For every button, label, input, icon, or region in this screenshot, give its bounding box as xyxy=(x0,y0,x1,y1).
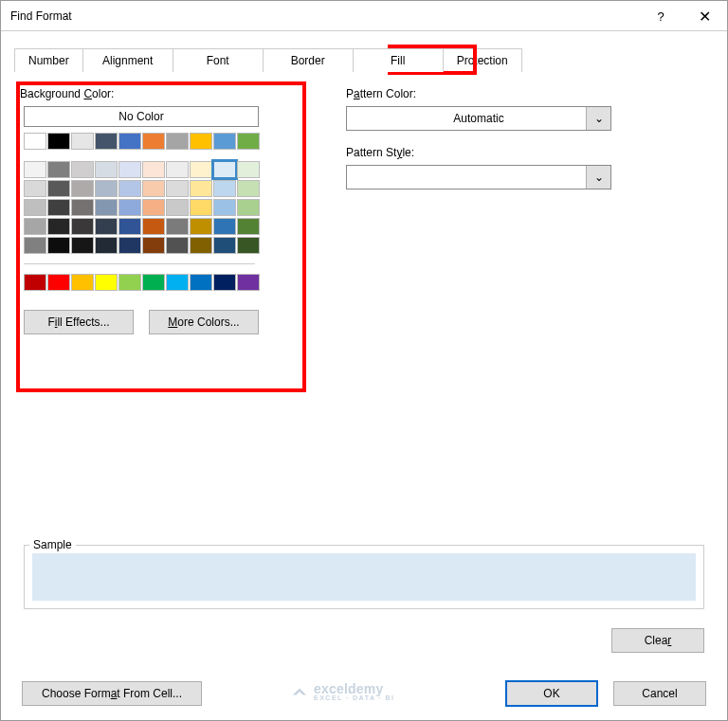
tab-alignment[interactable]: Alignment xyxy=(82,48,173,72)
color-swatch[interactable] xyxy=(71,274,94,291)
color-swatch[interactable] xyxy=(190,237,212,254)
color-swatch[interactable] xyxy=(237,180,260,197)
color-swatch[interactable] xyxy=(95,274,118,291)
color-swatch[interactable] xyxy=(237,199,260,216)
color-swatch[interactable] xyxy=(24,274,46,291)
color-swatch[interactable] xyxy=(118,274,141,291)
color-swatch[interactable] xyxy=(71,199,94,216)
color-swatch[interactable] xyxy=(142,180,165,197)
fill-effects-button[interactable]: Fill Effects... xyxy=(24,310,134,334)
color-swatch[interactable] xyxy=(95,161,118,178)
color-swatch[interactable] xyxy=(166,180,189,197)
color-swatch[interactable] xyxy=(190,274,212,291)
tab-protection[interactable]: Protection xyxy=(443,48,522,72)
color-swatch[interactable] xyxy=(24,161,46,178)
help-icon: ? xyxy=(657,9,664,24)
color-swatch[interactable] xyxy=(213,274,236,291)
more-colors-button[interactable]: More Colors... xyxy=(149,310,259,334)
sample-box xyxy=(24,545,704,609)
pattern-color-label: Pattern Color: xyxy=(346,87,611,100)
color-swatch[interactable] xyxy=(213,133,236,150)
color-swatch[interactable] xyxy=(47,133,70,150)
color-swatch[interactable] xyxy=(95,218,118,235)
color-swatch[interactable] xyxy=(213,180,236,197)
color-swatch[interactable] xyxy=(95,199,118,216)
color-swatch[interactable] xyxy=(71,161,94,178)
color-swatch[interactable] xyxy=(24,180,46,197)
color-swatch[interactable] xyxy=(213,237,236,254)
color-swatch[interactable] xyxy=(166,218,189,235)
color-swatch[interactable] xyxy=(47,274,70,291)
color-swatch[interactable] xyxy=(118,161,141,178)
color-grid xyxy=(20,161,261,254)
color-swatch[interactable] xyxy=(71,237,94,254)
color-swatch[interactable] xyxy=(237,237,260,254)
color-swatch[interactable] xyxy=(237,161,260,178)
color-swatch[interactable] xyxy=(166,199,189,216)
clear-button[interactable]: Clear xyxy=(611,628,704,653)
chevron-down-icon: ⌄ xyxy=(586,107,610,130)
color-swatch[interactable] xyxy=(118,237,141,254)
color-swatch[interactable] xyxy=(24,237,46,254)
pattern-color-combo[interactable]: Automatic ⌄ xyxy=(346,106,611,131)
cancel-button[interactable]: Cancel xyxy=(613,681,706,706)
tab-fill[interactable]: Fill xyxy=(353,48,444,72)
color-swatch[interactable] xyxy=(142,274,165,291)
color-swatch[interactable] xyxy=(118,180,141,197)
color-swatch[interactable] xyxy=(190,218,212,235)
color-swatch[interactable] xyxy=(142,199,165,216)
color-swatch[interactable] xyxy=(24,133,46,150)
color-swatch[interactable] xyxy=(142,161,165,178)
color-swatch[interactable] xyxy=(95,237,118,254)
color-swatch[interactable] xyxy=(142,133,165,150)
footer: Choose Format From Cell... OK Cancel xyxy=(1,680,727,707)
color-swatch[interactable] xyxy=(71,133,94,150)
help-button[interactable]: ? xyxy=(642,1,680,31)
color-swatch[interactable] xyxy=(213,218,236,235)
sample-label: Sample xyxy=(29,538,76,551)
color-swatch[interactable] xyxy=(95,133,118,150)
divider xyxy=(24,263,255,264)
color-swatch[interactable] xyxy=(95,180,118,197)
color-swatch[interactable] xyxy=(118,218,141,235)
color-swatch[interactable] xyxy=(71,180,94,197)
tab-border[interactable]: Border xyxy=(263,48,354,72)
color-swatch[interactable] xyxy=(190,180,212,197)
color-swatch[interactable] xyxy=(47,218,70,235)
color-swatch[interactable] xyxy=(24,199,46,216)
pattern-style-combo[interactable]: ⌄ xyxy=(346,165,611,189)
color-swatch[interactable] xyxy=(166,133,189,150)
no-color-button[interactable]: No Color xyxy=(24,106,259,127)
color-swatch[interactable] xyxy=(118,199,141,216)
color-swatch[interactable] xyxy=(71,218,94,235)
color-swatch[interactable] xyxy=(47,161,70,178)
color-swatch[interactable] xyxy=(213,161,236,178)
window-title: Find Format xyxy=(10,9,72,23)
color-swatch[interactable] xyxy=(190,161,212,178)
color-swatch[interactable] xyxy=(237,274,260,291)
color-swatch[interactable] xyxy=(213,199,236,216)
color-swatch[interactable] xyxy=(47,199,70,216)
tab-font[interactable]: Font xyxy=(173,48,264,72)
color-swatch[interactable] xyxy=(237,133,260,150)
pattern-style-label: Pattern Style: xyxy=(346,146,611,159)
color-swatch[interactable] xyxy=(47,180,70,197)
color-swatch[interactable] xyxy=(166,274,189,291)
color-swatch[interactable] xyxy=(237,218,260,235)
color-swatch[interactable] xyxy=(47,237,70,254)
color-swatch[interactable] xyxy=(24,218,46,235)
color-swatch[interactable] xyxy=(118,133,141,150)
color-swatch[interactable] xyxy=(166,161,189,178)
choose-format-from-cell-button[interactable]: Choose Format From Cell... xyxy=(22,681,202,706)
color-swatch[interactable] xyxy=(190,133,212,150)
close-button[interactable]: ✕ xyxy=(685,1,723,31)
titlebar: Find Format ? ✕ xyxy=(1,1,727,31)
color-swatch[interactable] xyxy=(142,218,165,235)
color-swatch[interactable] xyxy=(166,237,189,254)
sample-group: Sample xyxy=(24,528,704,609)
ok-button[interactable]: OK xyxy=(505,680,598,707)
color-swatch[interactable] xyxy=(142,237,165,254)
pattern-panel: Pattern Color: Automatic ⌄ Pattern Style… xyxy=(346,87,611,334)
tab-number[interactable]: Number xyxy=(14,48,83,72)
color-swatch[interactable] xyxy=(190,199,212,216)
